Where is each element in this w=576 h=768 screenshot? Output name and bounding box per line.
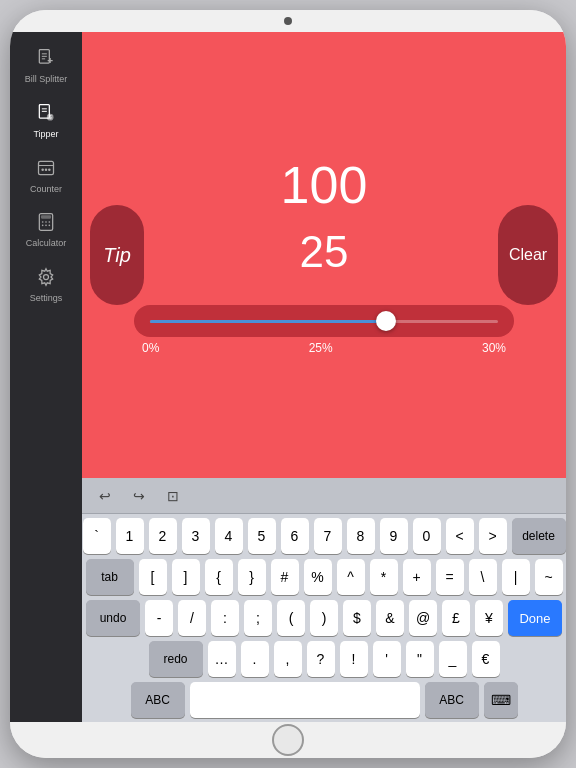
key-rparen[interactable]: ) [310,600,338,636]
key-euro[interactable]: € [472,641,500,677]
key-comma[interactable]: , [274,641,302,677]
key-gt[interactable]: > [479,518,507,554]
key-percent[interactable]: % [304,559,332,595]
keyboard-row-5: ABC ABC ⌨ [86,682,562,718]
svg-point-19 [45,222,47,224]
key-8[interactable]: 8 [347,518,375,554]
key-slash[interactable]: / [178,600,206,636]
svg-point-21 [42,225,44,227]
keyboard-row-2: tab [ ] { } # % ^ * + = \ | ~ [86,559,562,595]
key-lt[interactable]: < [446,518,474,554]
key-lbrace[interactable]: { [205,559,233,595]
key-ampersand[interactable]: & [376,600,404,636]
key-backslash[interactable]: \ [469,559,497,595]
slider-thumb[interactable] [376,311,396,331]
key-1[interactable]: 1 [116,518,144,554]
key-exclaim[interactable]: ! [340,641,368,677]
key-minus[interactable]: - [145,600,173,636]
device-content: Bill Splitter $ Tipper [10,32,566,722]
key-0[interactable]: 0 [413,518,441,554]
key-semicolon[interactable]: ; [244,600,272,636]
tip-button[interactable]: Tip [90,205,144,305]
key-5[interactable]: 5 [248,518,276,554]
calculator-icon [34,210,58,234]
sidebar-label-settings: Settings [30,293,63,304]
home-button[interactable] [272,724,304,756]
sidebar-item-settings[interactable]: Settings [14,259,78,310]
undo-toolbar-button[interactable]: ↩ [90,483,120,509]
key-apostrophe[interactable]: ' [373,641,401,677]
key-hash[interactable]: # [271,559,299,595]
key-redo[interactable]: redo [149,641,203,677]
main-number: 100 [281,155,368,215]
key-pipe[interactable]: | [502,559,530,595]
keyboard-row-1: ` 1 2 3 4 5 6 7 8 9 0 < > delete [86,518,562,554]
sidebar-item-tipper[interactable]: $ Tipper [14,95,78,146]
key-done[interactable]: Done [508,600,562,636]
key-undo[interactable]: undo [86,600,140,636]
key-tab[interactable]: tab [86,559,134,595]
key-backtick[interactable]: ` [83,518,111,554]
key-4[interactable]: 4 [215,518,243,554]
key-rbrace[interactable]: } [238,559,266,595]
key-keyboard-toggle[interactable]: ⌨ [484,682,518,718]
keyboard-section: ↩ ↪ ⊡ ` 1 2 3 4 5 6 7 [82,478,566,722]
key-dollar[interactable]: $ [343,600,371,636]
slider-track[interactable] [134,305,514,337]
key-abc-left[interactable]: ABC [131,682,185,718]
app-area: Tip Clear 100 25 [82,32,566,478]
tipper-icon: $ [34,101,58,125]
sidebar-label-bill-splitter: Bill Splitter [25,74,68,85]
slider-container: 0% 25% 30% [134,305,514,355]
slider-max-label: 30% [482,341,506,355]
key-lbracket[interactable]: [ [139,559,167,595]
key-tilde[interactable]: ~ [535,559,563,595]
key-7[interactable]: 7 [314,518,342,554]
sub-number: 25 [300,227,349,277]
svg-rect-11 [39,161,54,174]
redo-toolbar-button[interactable]: ↪ [124,483,154,509]
device: Bill Splitter $ Tipper [10,10,566,758]
key-caret[interactable]: ^ [337,559,365,595]
key-pound[interactable]: £ [442,600,470,636]
clear-button-label: Clear [509,246,547,264]
bill-splitter-icon [34,46,58,70]
main-content: Tip Clear 100 25 [82,32,566,722]
sidebar-item-bill-splitter[interactable]: Bill Splitter [14,40,78,91]
key-dquote[interactable]: " [406,641,434,677]
key-6[interactable]: 6 [281,518,309,554]
key-space[interactable] [190,682,420,718]
svg-point-23 [49,225,51,227]
device-bottom-bar [10,722,566,758]
slider-fill [150,320,386,323]
key-underscore[interactable]: _ [439,641,467,677]
key-lparen[interactable]: ( [277,600,305,636]
clear-button[interactable]: Clear [498,205,558,305]
clipboard-toolbar-button[interactable]: ⊡ [158,483,188,509]
key-abc-right[interactable]: ABC [425,682,479,718]
key-9[interactable]: 9 [380,518,408,554]
key-colon[interactable]: : [211,600,239,636]
svg-rect-17 [41,216,51,219]
slider-mid-label: 25% [309,341,333,355]
sidebar-label-calculator: Calculator [26,238,67,249]
svg-point-15 [48,168,51,171]
sidebar-item-counter[interactable]: Counter [14,150,78,201]
key-at[interactable]: @ [409,600,437,636]
sidebar-label-tipper: Tipper [33,129,58,140]
key-period[interactable]: . [241,641,269,677]
key-asterisk[interactable]: * [370,559,398,595]
key-2[interactable]: 2 [149,518,177,554]
sidebar-label-counter: Counter [30,184,62,195]
key-question[interactable]: ? [307,641,335,677]
key-equals[interactable]: = [436,559,464,595]
svg-point-18 [42,222,44,224]
sidebar: Bill Splitter $ Tipper [10,32,82,722]
key-yen[interactable]: ¥ [475,600,503,636]
key-ellipsis[interactable]: … [208,641,236,677]
key-plus[interactable]: + [403,559,431,595]
sidebar-item-calculator[interactable]: Calculator [14,204,78,255]
key-delete[interactable]: delete [512,518,566,554]
key-rbracket[interactable]: ] [172,559,200,595]
key-3[interactable]: 3 [182,518,210,554]
